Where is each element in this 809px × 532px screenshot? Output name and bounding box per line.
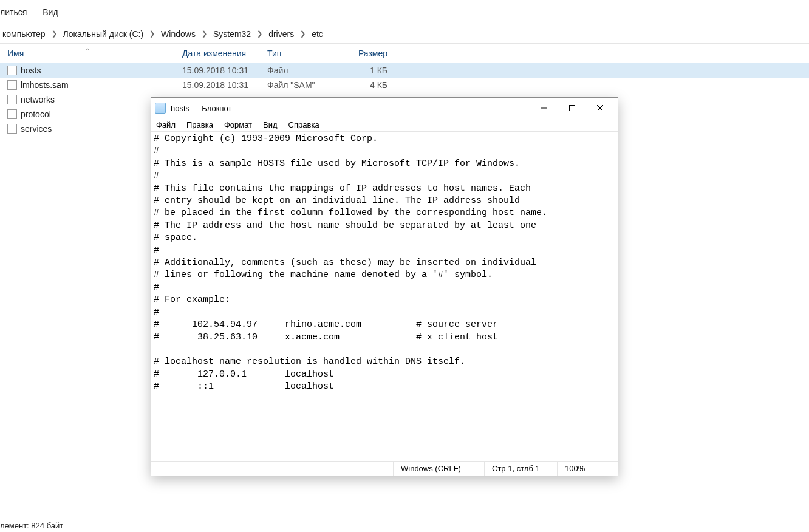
- notepad-icon: [155, 103, 166, 114]
- crumb-c[interactable]: Локальный диск (C:): [61, 29, 146, 39]
- chevron-right-icon[interactable]: ❯: [48, 30, 61, 38]
- menu-help[interactable]: Справка: [288, 120, 319, 129]
- file-icon: [7, 95, 17, 104]
- crumb-etc[interactable]: etc: [309, 29, 326, 39]
- crumb-computer[interactable]: компьютер: [0, 29, 48, 39]
- menu-format[interactable]: Формат: [224, 120, 252, 129]
- menu-view[interactable]: Вид: [263, 120, 278, 129]
- ribbon-share[interactable]: литься: [0, 7, 27, 17]
- col-header-date[interactable]: Дата изменения: [182, 49, 267, 58]
- file-type: Файл "SAM": [267, 80, 346, 90]
- col-header-size[interactable]: Размер: [346, 49, 401, 58]
- status-position: Стр 1, стлб 1: [484, 462, 557, 476]
- chevron-right-icon[interactable]: ❯: [198, 30, 211, 38]
- crumb-windows[interactable]: Windows: [159, 29, 198, 39]
- menu-edit[interactable]: Правка: [186, 120, 213, 129]
- menu-file[interactable]: Файл: [156, 120, 176, 129]
- chevron-right-icon[interactable]: ❯: [146, 30, 159, 38]
- notepad-titlebar[interactable]: hosts — Блокнот: [151, 98, 618, 118]
- file-icon: [7, 80, 17, 90]
- notepad-textarea[interactable]: # Copyright (c) 1993-2009 Microsoft Corp…: [151, 132, 618, 461]
- file-list-header: Имя ⌃ Дата изменения Тип Размер: [0, 44, 809, 63]
- file-name: hosts: [21, 66, 182, 75]
- col-header-type[interactable]: Тип: [267, 49, 346, 58]
- sort-caret-icon: ⌃: [85, 47, 90, 54]
- file-row[interactable]: lmhosts.sam15.09.2018 10:31Файл "SAM"4 К…: [0, 78, 809, 92]
- maximize-button[interactable]: [558, 99, 586, 117]
- col-header-name-label: Имя: [7, 49, 24, 58]
- file-row[interactable]: hosts15.09.2018 10:31Файл1 КБ: [0, 63, 809, 78]
- notepad-menubar: Файл Правка Формат Вид Справка: [151, 118, 618, 132]
- file-name: lmhosts.sam: [21, 80, 182, 90]
- file-date: 15.09.2018 10:31: [182, 80, 267, 90]
- file-type: Файл: [267, 66, 346, 75]
- file-icon: [7, 66, 17, 75]
- close-icon: [596, 104, 604, 112]
- minimize-button[interactable]: [530, 99, 558, 117]
- file-size: 1 КБ: [346, 66, 401, 75]
- file-icon: [7, 124, 17, 134]
- svg-rect-1: [570, 106, 575, 111]
- file-icon: [7, 109, 17, 119]
- status-zoom: 100%: [557, 462, 618, 476]
- file-size: 4 КБ: [346, 80, 401, 90]
- breadcrumb[interactable]: компьютер ❯ Локальный диск (C:) ❯ Window…: [0, 24, 809, 44]
- maximize-icon: [568, 104, 576, 112]
- explorer-ribbon: литься Вид: [0, 0, 809, 24]
- ribbon-view[interactable]: Вид: [43, 7, 58, 17]
- crumb-system32[interactable]: System32: [211, 29, 253, 39]
- file-date: 15.09.2018 10:31: [182, 66, 267, 75]
- explorer-statusbar: лемент: 824 байт: [0, 519, 63, 532]
- notepad-title: hosts — Блокнот: [171, 104, 530, 113]
- col-header-name[interactable]: Имя ⌃: [0, 49, 182, 58]
- statusbar-selection: лемент: 824 байт: [0, 521, 63, 530]
- chevron-right-icon[interactable]: ❯: [296, 30, 309, 38]
- crumb-drivers[interactable]: drivers: [266, 29, 296, 39]
- minimize-icon: [541, 104, 548, 112]
- notepad-window: hosts — Блокнот Файл Правка Формат Вид С…: [151, 97, 618, 476]
- status-encoding: Windows (CRLF): [393, 462, 484, 476]
- chevron-right-icon[interactable]: ❯: [253, 30, 266, 38]
- close-button[interactable]: [586, 99, 614, 117]
- notepad-statusbar: Windows (CRLF) Стр 1, стлб 1 100%: [151, 461, 618, 476]
